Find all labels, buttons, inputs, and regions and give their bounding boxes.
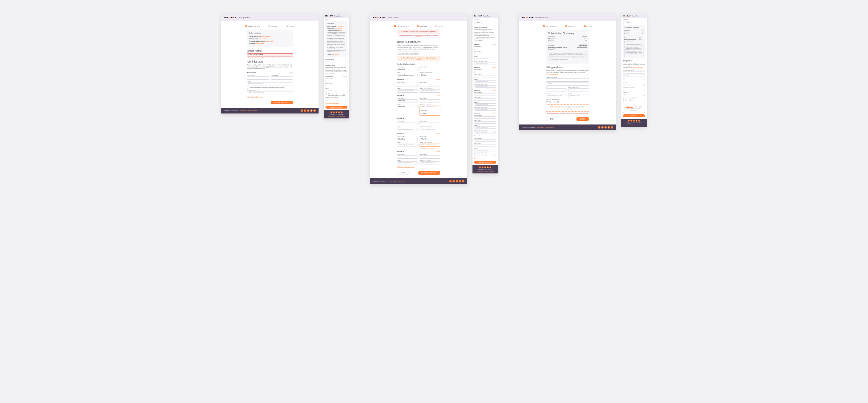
- social-youtube-icon[interactable]: ▶: [338, 112, 340, 113]
- footer: Copyright © 2024 EM:RAP Privacy PolicyTe…: [221, 108, 318, 114]
- subscription-type-select[interactable]: Select subscription type: [247, 91, 293, 94]
- back-button[interactable]: BACK: [474, 21, 482, 24]
- step3-mobile: EMRAPGroup Form STEP 3/3 BACK Subscripti…: [621, 14, 647, 127]
- group-name-error: Group name already exists. Please choose…: [247, 57, 293, 58]
- save-continue-button[interactable]: SAVE AND CONTINUE: [326, 106, 347, 109]
- city-input[interactable]: [546, 88, 566, 91]
- show-discounts-link[interactable]: show details: [261, 36, 270, 37]
- tax-yes-radio[interactable]: Yes: [623, 99, 627, 101]
- save-continue-button[interactable]: SAVE AND CONTINUE: [271, 101, 293, 104]
- privacy-link[interactable]: Privacy Policy: [328, 116, 335, 117]
- tab-billing[interactable]: 3BILLING: [286, 25, 294, 27]
- remove-member-link[interactable]: Remove: [436, 63, 440, 64]
- tax-yes-radio[interactable]: Yes: [546, 101, 551, 103]
- tab-group-details[interactable]: 1GROUP DETAILS: [245, 25, 260, 27]
- back-button[interactable]: BACK: [397, 171, 408, 175]
- tab-members[interactable]: 2MEMBERS: [416, 25, 427, 27]
- header-title: Group Form: [238, 16, 250, 19]
- show-process-link[interactable]: show details: [255, 42, 264, 44]
- social-facebook-icon[interactable]: f: [333, 112, 335, 113]
- street-input[interactable]: [546, 79, 589, 82]
- upload-dropzone[interactable]: ⇪ Click to upload or drag and drop your …: [623, 102, 645, 113]
- show-discounts-link[interactable]: show details: [337, 26, 344, 27]
- estimate-note: * This estimated cost is assuming new li…: [548, 51, 587, 61]
- info-heading: Information: [249, 32, 291, 34]
- social-twitter-icon[interactable]: 𝕏: [331, 112, 332, 113]
- add-member-link[interactable]: Add another group member: [397, 166, 414, 168]
- social-twitter-icon[interactable]: 𝕏: [301, 110, 303, 112]
- admin-paid-checkbox[interactable]: Administrator will also have a paid subs…: [247, 87, 293, 89]
- submit-button[interactable]: SUBMIT: [576, 117, 589, 121]
- tab-group-details[interactable]: 1GROUP DETAILS: [394, 25, 408, 27]
- show-prorated-link[interactable]: show details: [265, 40, 274, 42]
- tab-members[interactable]: 2MEMBERS: [268, 25, 278, 27]
- social-youtube-icon[interactable]: ▶: [310, 110, 312, 112]
- tab-billing[interactable]: 3BILLING: [584, 25, 592, 27]
- problem-alert: ⊘There is a problem with the information…: [397, 30, 440, 34]
- subscription-type-select-open[interactable]: Please select an option: [420, 105, 440, 108]
- last-name-input[interactable]: [271, 77, 293, 80]
- add-admin-link[interactable]: Add another administrator: [247, 96, 264, 98]
- copy-emails-button[interactable]: COPY ALL EMAILS TO CLIPBOARD: [474, 37, 496, 42]
- tab-group-details[interactable]: 1GROUP DETAILS: [543, 25, 557, 27]
- subscription-type-select[interactable]: Clinician: [420, 74, 440, 77]
- first-name-input[interactable]: Filled Text: [397, 68, 418, 71]
- state-select[interactable]: Select an option: [568, 94, 589, 97]
- social-tiktok-icon[interactable]: ♪: [341, 112, 343, 113]
- subscription-type-select[interactable]: Please select an option: [326, 99, 347, 101]
- show-renewal-link[interactable]: show details: [335, 28, 342, 29]
- show-process-link[interactable]: show details: [332, 54, 339, 55]
- show-renewal-link[interactable]: show details: [259, 38, 268, 40]
- subscription-type-options[interactable]: Clinician Trainee: [420, 108, 440, 116]
- tos-link[interactable]: Terms of Service: [248, 110, 257, 111]
- email-input[interactable]: example@example.com: [247, 82, 293, 85]
- remove-member-link[interactable]: Remove: [436, 150, 440, 152]
- tax-no-radio[interactable]: No: [554, 101, 559, 103]
- remove-admin-link[interactable]: Remove: [343, 76, 347, 77]
- save-continue-button[interactable]: SAVE AND CONTINUE: [474, 161, 496, 164]
- remove-member-link[interactable]: Remove: [436, 133, 440, 134]
- email-input[interactable]: example@example.com: [326, 90, 347, 92]
- social-tiktok-icon[interactable]: ♪: [313, 110, 316, 112]
- email-input[interactable]: example@example.com: [397, 74, 418, 77]
- street2-input[interactable]: Line two: [546, 83, 589, 86]
- hide-prorated-link[interactable]: hide: [340, 30, 343, 31]
- add-member-link[interactable]: Add another group member: [474, 158, 488, 160]
- remove-member-link[interactable]: Remove: [436, 117, 440, 119]
- tab-members[interactable]: 2MEMBERS: [565, 25, 576, 27]
- first-name-input[interactable]: [326, 80, 347, 82]
- social-instagram-icon[interactable]: ◎: [307, 110, 309, 112]
- upload-dropzone[interactable]: Click to upload or drag and drop your ta…: [546, 104, 589, 112]
- social-facebook-icon[interactable]: f: [304, 110, 306, 112]
- step1-desktop: EM RAP Group Form 1GROUP DETAILS 2MEMBER…: [221, 14, 318, 114]
- contact-email-link[interactable]: contact@emrap.org: [546, 74, 558, 75]
- add-admin-link[interactable]: Add another administrator: [326, 103, 339, 104]
- group-name-input[interactable]: Enter group name: [326, 61, 347, 63]
- back-button[interactable]: BACK: [546, 117, 557, 121]
- save-continue-button[interactable]: SAVE AND CONTINUE: [418, 171, 440, 175]
- subtype-required-error: Subscription type is required: [420, 147, 440, 149]
- last-name-input[interactable]: [326, 85, 347, 87]
- step2-mobile: EMRAPGroup Form STEP 2/3 BACK Group Subs…: [472, 14, 498, 173]
- zip-input[interactable]: [568, 88, 589, 91]
- first-name-input[interactable]: [247, 77, 269, 80]
- submit-button[interactable]: SUBMIT: [623, 114, 645, 117]
- tax-no-radio[interactable]: No: [629, 99, 633, 101]
- copy-emails-button[interactable]: COPY ALL EMAILS TO CLIPBOARD: [397, 52, 420, 55]
- group-name-input[interactable]: This is my group name: [247, 53, 293, 56]
- privacy-link[interactable]: Privacy Policy: [240, 110, 247, 111]
- step3-desktop: EMRAPGroup Form 1GROUP DETAILS 2MEMBERS …: [519, 14, 616, 130]
- social-instagram-icon[interactable]: ◎: [336, 112, 337, 113]
- remove-admin-link[interactable]: Remove: [289, 71, 293, 73]
- group-name-heading: Group Name: [247, 50, 293, 52]
- last-name-input[interactable]: [420, 68, 440, 71]
- tab-billing[interactable]: 3BILLING: [435, 25, 443, 27]
- logo: EMRAP: [325, 15, 333, 17]
- remove-member-link[interactable]: Remove: [436, 94, 440, 96]
- admin-paid-checkbox[interactable]: Administrator will also have a paid subs…: [326, 93, 347, 96]
- back-button[interactable]: BACK: [623, 21, 631, 24]
- remove-member-link[interactable]: Remove: [436, 79, 440, 80]
- tos-link[interactable]: Terms of Service: [337, 116, 345, 117]
- country-select[interactable]: Please select an option: [546, 94, 566, 97]
- step2-desktop: EMRAPGroup Form 1GROUP DETAILS 2MEMBERS …: [370, 14, 467, 184]
